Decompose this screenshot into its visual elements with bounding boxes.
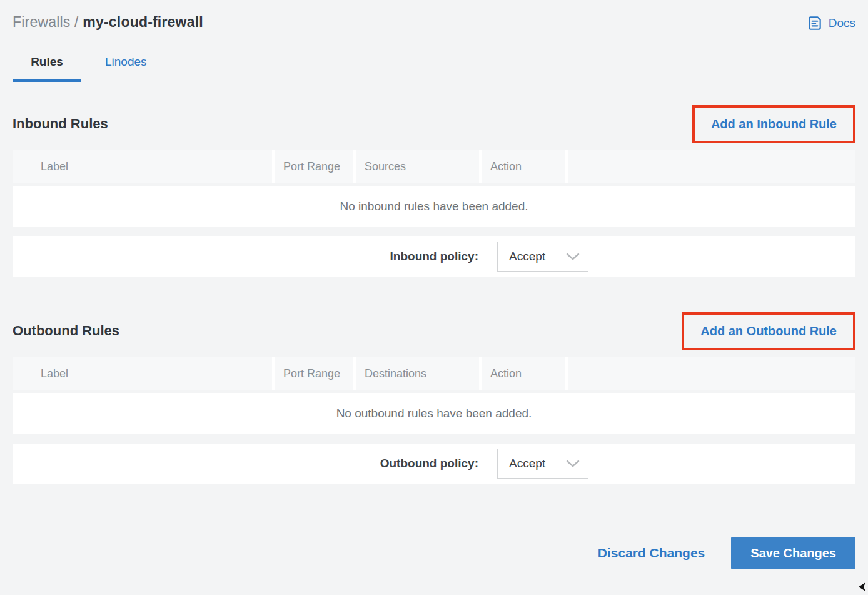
docs-link[interactable]: Docs (807, 15, 855, 31)
outbound-col-filler (568, 357, 855, 390)
outbound-rules-heading: Outbound Rules (13, 323, 119, 339)
inbound-policy-value: Accept (509, 250, 545, 263)
docs-label: Docs (829, 16, 855, 30)
add-inbound-rule-button[interactable]: Add an Inbound Rule (711, 117, 837, 131)
inbound-rules-heading: Inbound Rules (13, 116, 108, 132)
inbound-col-action: Action (482, 150, 565, 183)
outbound-empty-message: No outbound rules have been added. (336, 407, 532, 420)
outbound-empty-row: No outbound rules have been added. (13, 393, 855, 434)
tab-bar-divider (13, 81, 855, 81)
outbound-policy-label: Outbound policy: (13, 457, 478, 470)
inbound-col-label: Label (13, 150, 272, 183)
chevron-down-icon (566, 252, 580, 261)
tab-rules[interactable]: Rules (13, 55, 81, 82)
footer-actions: Discard Changes Save Changes (13, 537, 855, 569)
chevron-down-icon (566, 459, 580, 468)
outbound-policy-row: Outbound policy: Accept (13, 444, 855, 484)
outbound-table-header: Label Port Range Destinations Action (13, 357, 855, 390)
topbar: Firewalls / my-cloud-firewall Docs (13, 14, 855, 35)
inbound-empty-row: No inbound rules have been added. (13, 186, 855, 227)
inbound-section-header: Inbound Rules Add an Inbound Rule (13, 102, 855, 146)
outbound-policy-value: Accept (509, 457, 545, 470)
add-outbound-rule-button[interactable]: Add an Outbound Rule (700, 324, 837, 338)
mouse-cursor-icon (858, 582, 868, 592)
breadcrumb-separator: / (71, 14, 83, 30)
outbound-policy-select[interactable]: Accept (497, 449, 588, 479)
firewall-detail-page: Firewalls / my-cloud-firewall Docs Rules… (0, 0, 868, 595)
tab-linodes[interactable]: Linodes (98, 55, 154, 82)
save-changes-button[interactable]: Save Changes (731, 537, 855, 569)
inbound-policy-label: Inbound policy: (13, 250, 478, 263)
inbound-add-annotation-box: Add an Inbound Rule (692, 105, 855, 143)
page-title: my-cloud-firewall (83, 14, 203, 30)
inbound-table-header: Label Port Range Sources Action (13, 150, 855, 183)
inbound-policy-row: Inbound policy: Accept (13, 236, 855, 277)
breadcrumb-firewalls-link[interactable]: Firewalls (13, 14, 71, 30)
inbound-col-sources: Sources (356, 150, 479, 183)
outbound-col-action: Action (482, 357, 565, 390)
inbound-col-port-range: Port Range (275, 150, 353, 183)
breadcrumb: Firewalls / my-cloud-firewall (13, 14, 203, 31)
inbound-empty-message: No inbound rules have been added. (340, 200, 528, 213)
outbound-col-destinations: Destinations (356, 357, 479, 390)
outbound-col-label: Label (13, 357, 272, 390)
tab-bar: Rules Linodes (13, 55, 855, 82)
outbound-col-port-range: Port Range (275, 357, 353, 390)
discard-changes-button[interactable]: Discard Changes (598, 546, 705, 561)
outbound-add-annotation-box: Add an Outbound Rule (682, 312, 855, 350)
inbound-col-filler (568, 150, 855, 183)
outbound-section-header: Outbound Rules Add an Outbound Rule (13, 309, 855, 353)
docs-icon (807, 15, 823, 31)
inbound-policy-select[interactable]: Accept (497, 242, 588, 272)
